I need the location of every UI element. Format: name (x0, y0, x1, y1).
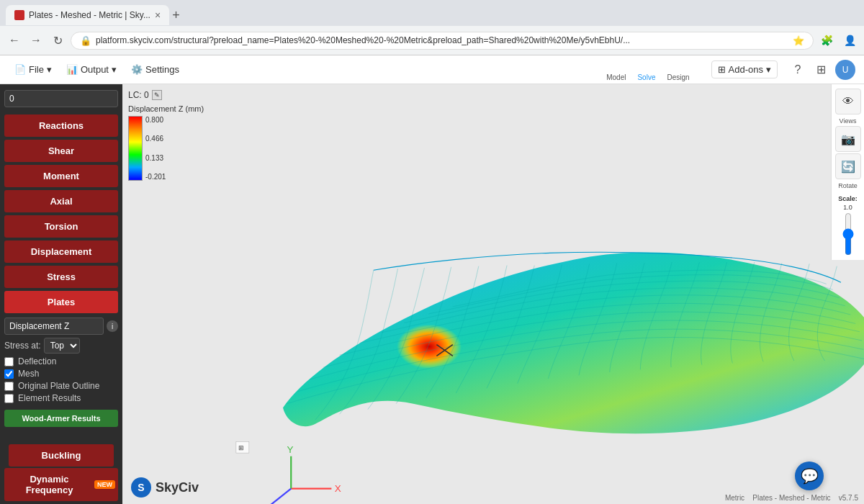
file-label: File (29, 64, 44, 75)
dynamic-frequency-button[interactable]: Dynamic Frequency NEW (4, 468, 118, 501)
legend-labels: 0.800 0.466 0.133 -0.201 (143, 116, 166, 181)
model-mode-btn[interactable]: Model (602, 56, 630, 83)
stress-at-select[interactable]: Top (44, 338, 80, 354)
legend-title: Displacement Z (mm) (128, 104, 204, 113)
header-action-icons: ? ⊞ U (789, 60, 855, 80)
solve-mode-icon (639, 58, 654, 72)
skyciv-logo-text: SkyCiv (156, 480, 199, 495)
address-bar[interactable]: 🔒 platform.skyciv.com/structural?preload… (71, 32, 814, 50)
user-avatar[interactable]: U (835, 60, 855, 80)
rotate-label: Rotate (838, 182, 858, 189)
tab-close-icon[interactable]: × (155, 9, 161, 21)
buckling-button[interactable]: Buckling (9, 444, 114, 467)
addons-chevron: ▾ (766, 64, 771, 75)
profile-icon[interactable]: 👤 (841, 32, 858, 49)
axis-indicator: X Y ⊞ (236, 441, 341, 504)
deflection-checkbox-row: Deflection (4, 356, 118, 366)
displacement-button[interactable]: Displacement (4, 240, 118, 263)
version-text: v5.7.5 (839, 494, 858, 502)
lc-indicator: LC: 0 ✎ (128, 90, 162, 100)
mesh-label: Mesh (18, 369, 39, 379)
scale-value: 1.0 (843, 204, 852, 211)
deflection-label: Deflection (18, 356, 56, 366)
addons-button[interactable]: ⊞ Add-ons ▾ (711, 60, 778, 78)
legend-gradient (128, 116, 143, 181)
output-menu[interactable]: 📊 Output ▾ (60, 61, 122, 78)
outline-checkbox[interactable] (4, 382, 14, 391)
metric-label: Metric (725, 494, 744, 502)
new-tab-button[interactable]: + (172, 8, 180, 23)
outline-checkbox-row: Original Plate Outline (4, 381, 118, 391)
screenshot-button[interactable]: 📷 (835, 126, 861, 152)
views-label: Views (840, 117, 857, 125)
tab-bar: Plates - Meshed - Metric | Sky... × + (0, 0, 864, 26)
extensions-icon[interactable]: 🧩 (818, 32, 835, 49)
tab-favicon (14, 10, 24, 20)
output-chevron: ▾ (112, 64, 117, 75)
viewport: LC: 0 ✎ Displacement Z (mm) 0.800 0.466 … (122, 84, 864, 504)
shear-button[interactable]: Shear (4, 140, 118, 162)
grid-icon[interactable]: ⊞ (812, 61, 829, 78)
settings-icon: ⚙️ (131, 64, 143, 75)
version-info: Metric Plates - Meshed - Metric v5.7.5 (725, 494, 858, 502)
nav-bar: ← → ↻ 🔒 platform.skyciv.com/structural?p… (0, 26, 864, 55)
plate-3d-mesh (283, 252, 864, 433)
solve-mode-label: Solve (637, 73, 655, 81)
tab-title: Plates - Meshed - Metric | Sky... (29, 10, 150, 20)
scale-slider[interactable] (841, 212, 855, 256)
browser-chrome: Plates - Meshed - Metric | Sky... × + ← … (0, 0, 864, 55)
file-chevron: ▾ (47, 64, 52, 75)
moment-button[interactable]: Moment (4, 165, 118, 187)
svg-text:⊞: ⊞ (238, 444, 244, 451)
plates-type-select[interactable]: Displacement Z (4, 318, 104, 335)
legend-mid1: 0.466 (145, 135, 166, 143)
lc-select[interactable]: 0 (4, 90, 118, 107)
deflection-checkbox[interactable] (4, 357, 14, 366)
output-label: Output (81, 64, 109, 75)
plate-svg: X Y ⊞ (122, 84, 864, 504)
chat-bubble[interactable]: 💬 (795, 462, 824, 490)
reactions-button[interactable]: Reactions (4, 114, 118, 137)
file-menu[interactable]: 📄 File ▾ (9, 61, 58, 78)
url-text: platform.skyciv.com/structural?preload_n… (96, 35, 788, 45)
back-button[interactable]: ← (6, 32, 23, 49)
plates-button[interactable]: Plates (4, 291, 118, 313)
model-mode-icon (609, 58, 624, 72)
lc-dropdown-container: 0 (4, 90, 118, 107)
element-results-label: Element Results (18, 393, 81, 403)
torsion-button[interactable]: Torsion (4, 215, 118, 238)
model-mode-label: Model (606, 73, 626, 81)
sidebar-bottom: Buckling Dynamic Frequency NEW Single Me… (0, 440, 122, 504)
plate-visualization: X Y ⊞ (122, 84, 864, 504)
scale-label: Scale: (838, 195, 858, 202)
visibility-toggle-button[interactable]: 👁 (835, 89, 861, 114)
plates-dropdown-row: Displacement Z i (4, 318, 118, 335)
browser-tab[interactable]: Plates - Meshed - Metric | Sky... × (6, 5, 169, 25)
scale-slider-container (835, 212, 861, 256)
stress-at-row: Stress at: Top (4, 338, 118, 354)
design-mode-icon (671, 58, 685, 72)
legend-max: 0.800 (145, 116, 166, 124)
sidebar: 0 Reactions Shear Moment Axial Torsion D… (0, 84, 122, 504)
header-menu: 📄 File ▾ 📊 Output ▾ ⚙️ Settings (9, 61, 185, 78)
element-results-checkbox[interactable] (4, 394, 14, 403)
rotate-button[interactable]: 🔄 (835, 153, 861, 179)
mesh-checkbox[interactable] (4, 369, 14, 379)
stress-at-label: Stress at: (4, 341, 41, 351)
forward-button[interactable]: → (27, 32, 45, 49)
lc-edit-icon[interactable]: ✎ (152, 90, 162, 100)
design-mode-btn[interactable]: Design (662, 56, 693, 83)
stress-button[interactable]: Stress (4, 266, 118, 288)
skyciv-logo-icon: S (131, 477, 151, 498)
outline-label: Original Plate Outline (18, 381, 99, 391)
legend-mid2: 0.133 (145, 154, 166, 162)
settings-menu[interactable]: ⚙️ Settings (125, 61, 185, 78)
axial-button[interactable]: Axial (4, 190, 118, 212)
wood-armer-button[interactable]: Wood-Armer Results (4, 410, 118, 427)
element-results-checkbox-row: Element Results (4, 393, 118, 403)
plates-label: Plates - Meshed - Metric (752, 494, 830, 502)
help-icon[interactable]: ? (789, 61, 806, 78)
refresh-button[interactable]: ↻ (49, 32, 66, 49)
info-icon[interactable]: i (107, 320, 118, 332)
solve-mode-btn[interactable]: Solve (633, 56, 660, 83)
